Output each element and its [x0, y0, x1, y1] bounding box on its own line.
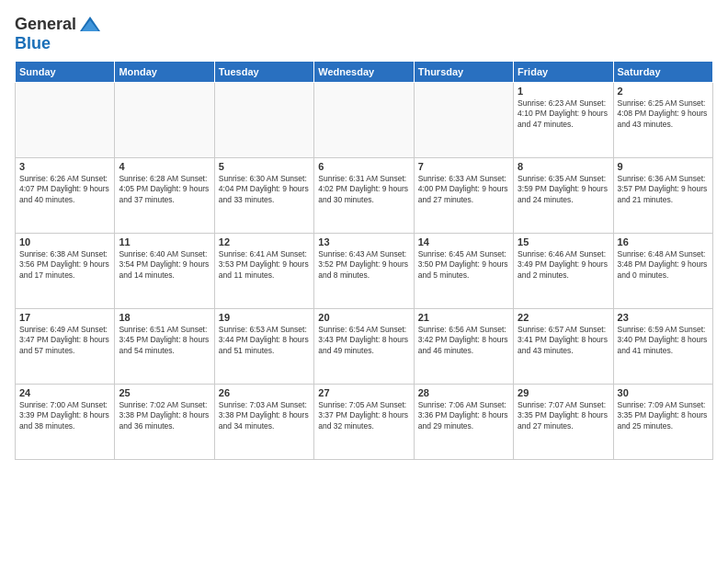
weekday-header: Monday	[115, 62, 214, 83]
calendar-cell	[16, 83, 115, 158]
day-info: Sunrise: 6:54 AM Sunset: 3:43 PM Dayligh…	[318, 325, 409, 356]
calendar-cell: 27Sunrise: 7:05 AM Sunset: 3:37 PM Dayli…	[314, 385, 414, 460]
day-info: Sunrise: 7:00 AM Sunset: 3:39 PM Dayligh…	[19, 400, 110, 431]
day-info: Sunrise: 6:33 AM Sunset: 4:00 PM Dayligh…	[418, 174, 509, 205]
logo-general: General	[15, 15, 76, 34]
day-number: 29	[518, 387, 609, 398]
weekday-header: Friday	[514, 62, 613, 83]
header: GeneralBlue	[15, 11, 713, 53]
day-info: Sunrise: 7:02 AM Sunset: 3:38 PM Dayligh…	[119, 400, 210, 431]
calendar-cell: 25Sunrise: 7:02 AM Sunset: 3:38 PM Dayli…	[115, 385, 214, 460]
day-number: 26	[219, 387, 310, 398]
weekday-header: Thursday	[414, 62, 513, 83]
day-info: Sunrise: 6:53 AM Sunset: 3:44 PM Dayligh…	[219, 325, 310, 356]
day-number: 19	[219, 312, 310, 323]
calendar-table: SundayMondayTuesdayWednesdayThursdayFrid…	[15, 61, 713, 460]
day-info: Sunrise: 6:46 AM Sunset: 3:49 PM Dayligh…	[518, 249, 609, 281]
calendar-cell: 8Sunrise: 6:35 AM Sunset: 3:59 PM Daylig…	[514, 158, 613, 234]
calendar-cell: 2Sunrise: 6:25 AM Sunset: 4:08 PM Daylig…	[613, 83, 712, 158]
calendar-cell	[214, 83, 313, 158]
day-info: Sunrise: 6:49 AM Sunset: 3:47 PM Dayligh…	[19, 325, 110, 356]
weekday-header: Wednesday	[314, 62, 414, 83]
day-number: 14	[418, 236, 509, 247]
calendar-cell: 18Sunrise: 6:51 AM Sunset: 3:45 PM Dayli…	[115, 309, 214, 385]
day-number: 11	[119, 236, 210, 247]
calendar-cell: 12Sunrise: 6:41 AM Sunset: 3:53 PM Dayli…	[214, 234, 313, 309]
day-info: Sunrise: 6:30 AM Sunset: 4:04 PM Dayligh…	[219, 174, 310, 205]
calendar-cell: 1Sunrise: 6:23 AM Sunset: 4:10 PM Daylig…	[514, 83, 613, 158]
day-info: Sunrise: 6:41 AM Sunset: 3:53 PM Dayligh…	[219, 249, 310, 281]
day-number: 9	[618, 161, 709, 172]
day-info: Sunrise: 7:05 AM Sunset: 3:37 PM Dayligh…	[318, 400, 409, 431]
day-number: 24	[19, 387, 110, 398]
day-number: 30	[618, 387, 709, 398]
day-number: 22	[518, 312, 609, 323]
day-number: 15	[518, 236, 609, 247]
day-number: 27	[318, 387, 409, 398]
calendar-week-row: 3Sunrise: 6:26 AM Sunset: 4:07 PM Daylig…	[16, 158, 713, 234]
calendar-cell: 17Sunrise: 6:49 AM Sunset: 3:47 PM Dayli…	[16, 309, 115, 385]
day-number: 8	[518, 161, 609, 172]
calendar-cell: 28Sunrise: 7:06 AM Sunset: 3:36 PM Dayli…	[414, 385, 513, 460]
calendar-week-row: 10Sunrise: 6:38 AM Sunset: 3:56 PM Dayli…	[16, 234, 713, 309]
calendar-cell: 14Sunrise: 6:45 AM Sunset: 3:50 PM Dayli…	[414, 234, 513, 309]
day-number: 23	[618, 312, 709, 323]
calendar-cell: 13Sunrise: 6:43 AM Sunset: 3:52 PM Dayli…	[314, 234, 414, 309]
day-number: 6	[318, 161, 409, 172]
calendar-cell: 4Sunrise: 6:28 AM Sunset: 4:05 PM Daylig…	[115, 158, 214, 234]
day-info: Sunrise: 7:07 AM Sunset: 3:35 PM Dayligh…	[518, 400, 609, 431]
day-number: 10	[19, 236, 110, 247]
calendar-cell: 3Sunrise: 6:26 AM Sunset: 4:07 PM Daylig…	[16, 158, 115, 234]
calendar-cell: 10Sunrise: 6:38 AM Sunset: 3:56 PM Dayli…	[16, 234, 115, 309]
day-number: 2	[618, 86, 709, 97]
day-info: Sunrise: 7:03 AM Sunset: 3:38 PM Dayligh…	[219, 400, 310, 431]
day-info: Sunrise: 6:56 AM Sunset: 3:42 PM Dayligh…	[418, 325, 509, 356]
calendar-cell: 22Sunrise: 6:57 AM Sunset: 3:41 PM Dayli…	[514, 309, 613, 385]
day-number: 28	[418, 387, 509, 398]
day-info: Sunrise: 7:09 AM Sunset: 3:35 PM Dayligh…	[618, 400, 709, 431]
calendar-cell: 30Sunrise: 7:09 AM Sunset: 3:35 PM Dayli…	[613, 385, 712, 460]
calendar-cell: 6Sunrise: 6:31 AM Sunset: 4:02 PM Daylig…	[314, 158, 414, 234]
day-info: Sunrise: 6:26 AM Sunset: 4:07 PM Dayligh…	[19, 174, 110, 205]
calendar-cell: 24Sunrise: 7:00 AM Sunset: 3:39 PM Dayli…	[16, 385, 115, 460]
day-info: Sunrise: 6:57 AM Sunset: 3:41 PM Dayligh…	[518, 325, 609, 356]
day-info: Sunrise: 6:43 AM Sunset: 3:52 PM Dayligh…	[318, 249, 409, 281]
day-number: 1	[518, 86, 609, 97]
day-number: 21	[418, 312, 509, 323]
day-info: Sunrise: 6:38 AM Sunset: 3:56 PM Dayligh…	[19, 249, 110, 281]
day-info: Sunrise: 6:51 AM Sunset: 3:45 PM Dayligh…	[119, 325, 210, 356]
weekday-header: Tuesday	[214, 62, 313, 83]
logo-icon	[79, 16, 101, 34]
logo: GeneralBlue	[15, 15, 101, 53]
page-container: GeneralBlue SundayMondayTuesdayWednesday…	[0, 0, 728, 467]
calendar-cell: 21Sunrise: 6:56 AM Sunset: 3:42 PM Dayli…	[414, 309, 513, 385]
calendar-cell: 29Sunrise: 7:07 AM Sunset: 3:35 PM Dayli…	[514, 385, 613, 460]
day-info: Sunrise: 6:31 AM Sunset: 4:02 PM Dayligh…	[318, 174, 409, 205]
day-info: Sunrise: 6:23 AM Sunset: 4:10 PM Dayligh…	[518, 98, 609, 130]
calendar-cell: 5Sunrise: 6:30 AM Sunset: 4:04 PM Daylig…	[214, 158, 313, 234]
day-number: 25	[119, 387, 210, 398]
day-info: Sunrise: 7:06 AM Sunset: 3:36 PM Dayligh…	[418, 400, 509, 431]
calendar-header-row: SundayMondayTuesdayWednesdayThursdayFrid…	[16, 62, 713, 83]
calendar-cell: 9Sunrise: 6:36 AM Sunset: 3:57 PM Daylig…	[613, 158, 712, 234]
calendar-cell: 23Sunrise: 6:59 AM Sunset: 3:40 PM Dayli…	[613, 309, 712, 385]
day-info: Sunrise: 6:40 AM Sunset: 3:54 PM Dayligh…	[119, 249, 210, 281]
day-info: Sunrise: 6:59 AM Sunset: 3:40 PM Dayligh…	[618, 325, 709, 356]
day-number: 13	[318, 236, 409, 247]
calendar-cell: 15Sunrise: 6:46 AM Sunset: 3:49 PM Dayli…	[514, 234, 613, 309]
calendar-cell	[414, 83, 513, 158]
calendar-week-row: 17Sunrise: 6:49 AM Sunset: 3:47 PM Dayli…	[16, 309, 713, 385]
day-number: 5	[219, 161, 310, 172]
day-number: 17	[19, 312, 110, 323]
logo-blue: Blue	[15, 34, 51, 53]
day-info: Sunrise: 6:45 AM Sunset: 3:50 PM Dayligh…	[418, 249, 509, 281]
day-number: 16	[618, 236, 709, 247]
day-number: 18	[119, 312, 210, 323]
calendar-cell: 26Sunrise: 7:03 AM Sunset: 3:38 PM Dayli…	[214, 385, 313, 460]
day-number: 4	[119, 161, 210, 172]
day-info: Sunrise: 6:25 AM Sunset: 4:08 PM Dayligh…	[618, 98, 709, 130]
weekday-header: Sunday	[16, 62, 115, 83]
day-info: Sunrise: 6:35 AM Sunset: 3:59 PM Dayligh…	[518, 174, 609, 205]
day-info: Sunrise: 6:36 AM Sunset: 3:57 PM Dayligh…	[618, 174, 709, 205]
day-info: Sunrise: 6:48 AM Sunset: 3:48 PM Dayligh…	[618, 249, 709, 281]
